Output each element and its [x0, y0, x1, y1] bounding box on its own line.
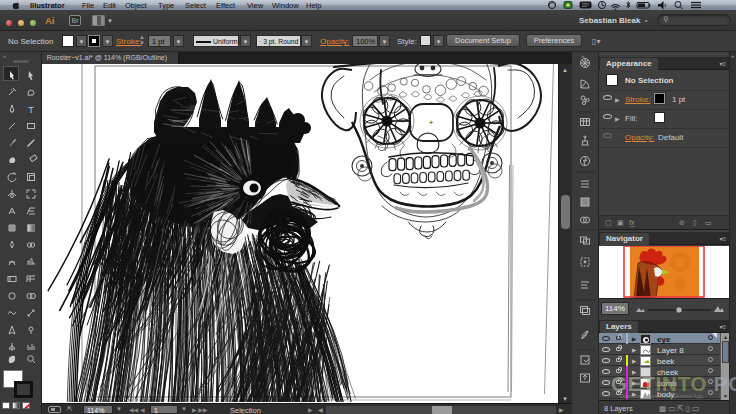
svg-text:T: T	[28, 105, 34, 115]
svg-text:+: +	[429, 118, 434, 127]
